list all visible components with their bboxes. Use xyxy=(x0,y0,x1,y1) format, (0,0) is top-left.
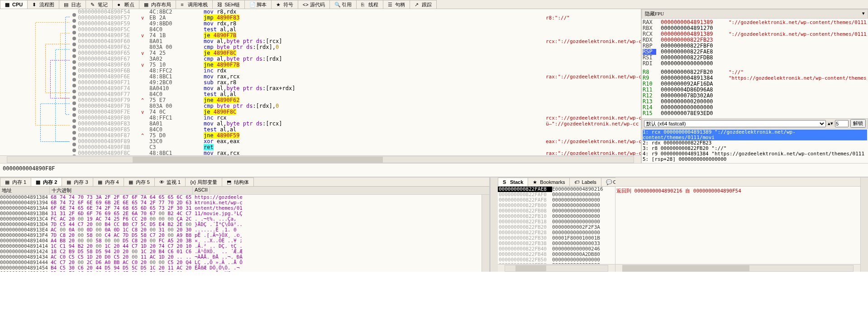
breakpoint-dot[interactable] xyxy=(72,101,76,105)
jump-indicator: ^ xyxy=(136,97,149,103)
tab-threads[interactable]: ⎘线程 xyxy=(356,0,383,9)
disasm-hscroll[interactable] xyxy=(0,155,641,163)
disasm-mnemonic: test al,al xyxy=(204,127,546,133)
registers-view[interactable]: RAX0000000004891389"://gozdeelektronik.n… xyxy=(642,19,868,118)
tab-cpu[interactable]: ▦CPU xyxy=(0,0,28,9)
breakpoint-dot[interactable] xyxy=(72,125,76,129)
tab-watch1[interactable]: 👁监视 1 xyxy=(154,178,186,186)
breakpoint-dot[interactable] xyxy=(72,78,76,82)
register-comment xyxy=(729,105,867,111)
tab-bookmarks[interactable]: ★Bookmarks xyxy=(528,178,570,186)
fpu-toggle-header[interactable]: 隐藏FPU▾ xyxy=(642,9,868,19)
stack-cmt-hscroll[interactable] xyxy=(615,264,860,272)
tab-mem1[interactable]: ▦内存 1 xyxy=(0,178,31,186)
breakpoint-dot[interactable] xyxy=(72,113,76,117)
breakpoint-dot[interactable] xyxy=(72,37,76,40)
tab-source[interactable]: <>源代码 xyxy=(298,0,330,9)
dump-ascii: 11/movie.jpg.²LÇ xyxy=(195,211,482,216)
tab-script[interactable]: 📄脚本 xyxy=(244,0,272,9)
tab-log[interactable]: ▤日志 xyxy=(59,0,86,9)
notes-icon: ✎ xyxy=(91,2,96,7)
breakpoint-dot[interactable] xyxy=(72,131,76,135)
breakpoint-dot[interactable] xyxy=(72,43,76,46)
unlock-button[interactable]: 解锁 xyxy=(850,119,866,128)
breakpoint-dot[interactable] xyxy=(72,19,76,23)
stack-hscroll[interactable] xyxy=(498,264,615,272)
dump-vscroll[interactable] xyxy=(482,195,489,272)
tab-mem5[interactable]: ▦内存 5 xyxy=(124,178,155,186)
tab-refs[interactable]: 🔍引用 xyxy=(329,0,357,9)
tab-labels[interactable]: 🏷Labels xyxy=(569,178,601,186)
breakpoint-dot[interactable] xyxy=(72,31,76,34)
tab-notes[interactable]: ✎笔记 xyxy=(86,0,113,9)
spinner-icon[interactable]: ▴▾ xyxy=(828,120,833,126)
breakpoint-dot[interactable] xyxy=(72,48,76,52)
disasm-row[interactable]: 0000000004890F8C48:8BC1mov rax,rcxrax:":… xyxy=(0,150,641,155)
tab-handles[interactable]: ☰句柄 xyxy=(383,0,410,9)
arg-row[interactable]: 1: rcx 0000000004891389 "://gozdeelektro… xyxy=(643,130,867,140)
breakpoint-dot[interactable] xyxy=(72,90,76,93)
tab-flow[interactable]: ⬍流程图 xyxy=(27,0,59,9)
chevron-down-icon: ▾ xyxy=(862,10,865,17)
mem5-icon: ▦ xyxy=(129,179,134,185)
register-comment: "://" xyxy=(729,69,867,75)
args-view[interactable]: 1: rcx 0000000004891389 "://gozdeelektro… xyxy=(642,129,868,163)
breakpoint-dot[interactable] xyxy=(72,149,76,152)
callstack-icon: ≡ xyxy=(181,2,186,7)
stack-tab-bar: SStack★Bookmarks🏷Labels💬Comments xyxy=(498,178,615,187)
stack-view[interactable]: 000000000822FAE8E00000000048902160000000… xyxy=(498,187,615,264)
disasm-comment: rax:"://gozdeelektronik.net/wp-cc xyxy=(546,150,641,155)
disasm-mnemonic: mov al,byte ptr ds:[rcx] xyxy=(204,121,546,127)
mem4-icon: ▦ xyxy=(98,179,103,185)
stack-vscroll-left[interactable] xyxy=(490,178,498,272)
breakpoint-dot[interactable] xyxy=(72,25,76,29)
tab-callstack[interactable]: ≡调用堆栈 xyxy=(176,0,213,9)
disasm-mnemonic: je 4890F8C xyxy=(204,109,546,115)
breakpoint-dot[interactable] xyxy=(72,60,76,64)
arg-count-input[interactable] xyxy=(835,120,849,127)
breakpoint-dot[interactable] xyxy=(72,72,76,76)
tab-memmap[interactable]: ▦内存布局 xyxy=(139,0,176,9)
tab-mem3[interactable]: ▦内存 3 xyxy=(62,178,93,186)
breakpoint-dot[interactable] xyxy=(72,143,76,146)
tab-trace[interactable]: ↗跟踪 xyxy=(410,0,437,9)
breakpoint-dot[interactable] xyxy=(72,66,76,70)
memmap-icon: ▦ xyxy=(144,2,149,7)
mem2-icon: ▦ xyxy=(36,179,41,185)
breakpoint-dot[interactable] xyxy=(72,84,76,87)
breakpoint-dot[interactable] xyxy=(72,54,76,58)
seh-icon: ⛓ xyxy=(217,2,223,7)
memory-dump-view[interactable]: 000000000489138468 74 74 70 73 3A 2F 2F … xyxy=(0,195,482,272)
mem1-icon: ▦ xyxy=(5,179,10,185)
arg-row[interactable]: 5: [rsp+28] 0000000000000000 xyxy=(643,157,867,162)
struct-icon: ⬒ xyxy=(227,179,232,185)
stack-vscroll-right[interactable] xyxy=(860,178,868,272)
disasm-comment: rax:"://gozdeelektronik.net/wp-cc xyxy=(546,74,641,80)
register-comment: "://gozdeelektronik.net/wp-content/theme… xyxy=(729,19,867,25)
tab-locals[interactable]: {x}局部变量 xyxy=(185,178,222,186)
tab-bp[interactable]: ●断点 xyxy=(112,0,139,9)
breakpoint-dot[interactable] xyxy=(72,107,76,111)
disasm-mnemonic: mov al,byte ptr ds:[rax+rdx] xyxy=(204,86,546,91)
trace-icon: ↗ xyxy=(415,2,420,7)
tab-struct[interactable]: ⬒结构体 xyxy=(222,178,254,186)
tab-mem2[interactable]: ▦内存 2 xyxy=(31,178,62,186)
tab-stack[interactable]: SStack xyxy=(498,178,528,186)
calling-convention-select[interactable]: 默认 (x64 fastcall) xyxy=(644,120,826,127)
disassembly-view[interactable]: 0000000004890F544C:8BC2mov r8,rdx0000000… xyxy=(0,9,641,155)
breakpoint-dot[interactable] xyxy=(72,137,76,140)
register-row-RDI[interactable]: RDI0000000000000000 xyxy=(643,61,867,67)
tab-symbols[interactable]: ★符号 xyxy=(271,0,298,9)
register-row-R15[interactable]: R150000000078E93ED0 xyxy=(643,111,867,116)
register-value: 0000000000000000 xyxy=(661,61,724,67)
breakpoint-dot[interactable] xyxy=(72,13,76,17)
dump-address: 0000000004891464 xyxy=(0,271,51,272)
tab-mem4[interactable]: ▦内存 4 xyxy=(93,178,124,186)
breakpoint-dot[interactable] xyxy=(72,96,76,99)
tab-seh[interactable]: ⛓SEH链 xyxy=(212,0,245,9)
breakpoint-dot[interactable] xyxy=(72,119,76,123)
disasm-mnemonic: mov r8,rdx xyxy=(204,9,546,15)
disasm-mnemonic: cmp al,byte ptr ds:[rdx] xyxy=(204,56,546,62)
breakpoint-dot[interactable] xyxy=(72,154,76,156)
dump-row[interactable]: 00000000048914641D 20 FC AC 20 00 1C 94 … xyxy=(0,271,482,272)
